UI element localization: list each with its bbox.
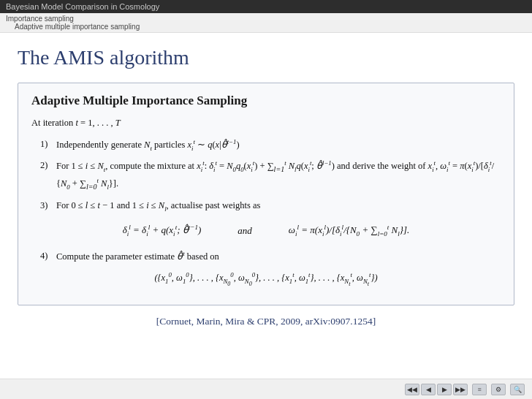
breadcrumb-nav: Importance sampling Adaptive multiple im… [0,13,532,33]
breadcrumb-level1: Importance sampling [6,15,526,23]
nav-prev-button[interactable]: ◀ [421,384,436,395]
main-content: The AMIS algorithm Adaptive Multiple Imp… [0,33,532,335]
citation: [Cornuet, Marin, Mira & CPR, 2009, arXiv… [18,316,514,327]
step-3-content: For 0 ≤ l ≤ t − 1 and 1 ≤ i ≤ Nl, actual… [56,198,501,214]
step-1-content: Independently generate Nt particles xit … [56,137,501,153]
step-4-content: Compute the parameter estimate θ̂t based… [56,248,501,264]
step-4: 4) Compute the parameter estimate θ̂t ba… [40,248,501,264]
step-1: 1) Independently generate Nt particles x… [40,137,501,153]
breadcrumb-level1-text: Importance sampling [6,15,74,23]
bottom-nav: ◀◀ ◀ ▶ ▶▶ ≡ ⚙ 🔍 [0,379,532,399]
breadcrumb-level2-text: Adaptive multiple importance sampling [15,23,140,31]
nav-menu-button[interactable]: ≡ [472,384,487,395]
formula-and: and [238,223,252,238]
nav-next-button[interactable]: ▶ [437,384,452,395]
step-2-content: For 1 ≤ i ≤ Nt, compute the mixture at x… [56,158,501,192]
formula-delta: δil = δil + q(xit; θ̂t−1) [123,222,202,240]
algorithm-box: Adaptive Multiple Importance Sampling At… [18,83,514,305]
step-1-num: 1) [40,137,56,152]
nav-settings-button[interactable]: ⚙ [491,384,506,395]
top-nav-bar: Bayesian Model Comparison in Cosmology [0,0,532,13]
step-3: 3) For 0 ≤ l ≤ t − 1 and 1 ≤ i ≤ Nl, act… [40,198,501,214]
step-3-formula: δil = δil + q(xit; θ̂t−1) and ωil = π(xi… [31,222,501,240]
step-2-num: 2) [40,158,56,173]
algo-title: Adaptive Multiple Importance Sampling [31,94,501,108]
iteration-line: At iteration t = 1, . . . , T [31,115,501,131]
presentation-title: Bayesian Model Comparison in Cosmology [6,2,159,11]
breadcrumb-level2: Adaptive multiple importance sampling [6,23,526,31]
formula-omega: ωil = π(xil)/[δil/{N0 + ∑l=0t Nl}]. [289,222,409,240]
step-4-num: 4) [40,248,56,264]
nav-last-button[interactable]: ▶▶ [453,384,468,395]
nav-search-button[interactable]: 🔍 [510,384,525,395]
step-2: 2) For 1 ≤ i ≤ Nt, compute the mixture a… [40,158,501,192]
nav-button-group: ◀◀ ◀ ▶ ▶▶ [405,384,468,395]
step-4-formula: ({x10, ω10}, . . . , {xN00, ωN00}, . . .… [31,270,501,289]
page-title: The AMIS algorithm [18,46,514,69]
math-t: t [75,118,77,128]
algo-body: At iteration t = 1, . . . , T 1) Indepen… [31,115,501,289]
math-T: T [115,118,121,128]
nav-first-button[interactable]: ◀◀ [405,384,419,395]
step-3-num: 3) [40,198,56,213]
